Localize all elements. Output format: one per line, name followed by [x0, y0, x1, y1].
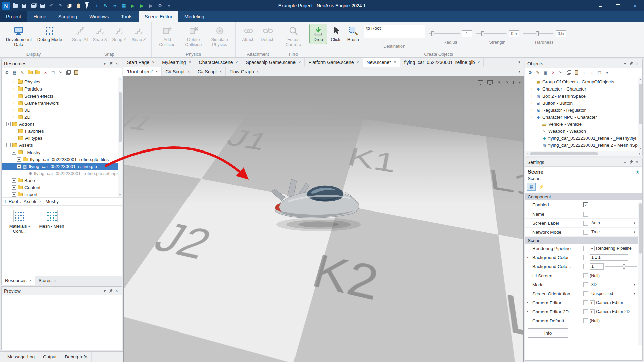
- close-icon[interactable]: ×: [187, 69, 190, 74]
- tab-modeling[interactable]: Modeling: [178, 11, 210, 22]
- hardness-value[interactable]: 0.5: [556, 30, 566, 37]
- app-logo[interactable]: N: [2, 2, 10, 10]
- attach-button[interactable]: Attach: [238, 24, 258, 44]
- object-item[interactable]: +◉Regulator - Regulator: [525, 107, 642, 114]
- doc-tab-csharp-script-2[interactable]: C# Script×: [194, 67, 226, 76]
- expander-icon[interactable]: [536, 122, 540, 126]
- settings-scrollbar[interactable]: [638, 202, 642, 345]
- doc-tab-flying-car[interactable]: flying_car_0522230001_refine.glb×: [400, 58, 484, 67]
- object-item[interactable]: ▬Vehicle - Vehicle: [525, 121, 642, 128]
- snap-all-button[interactable]: Snap All: [70, 24, 90, 44]
- expander-icon[interactable]: +: [12, 192, 16, 197]
- pin-icon[interactable]: [108, 61, 114, 67]
- tree-item[interactable]: +Addons: [2, 121, 122, 128]
- objects-h-scrollbar[interactable]: ◂ ▸: [525, 151, 642, 156]
- tree-item[interactable]: +Game framework: [2, 100, 122, 107]
- background-color2-value[interactable]: 1: [590, 263, 604, 270]
- snap-tool-icon[interactable]: ▦: [120, 2, 128, 10]
- scroll-left-icon[interactable]: ◂: [525, 152, 530, 155]
- camera-default-value[interactable]: (Null): [590, 318, 600, 323]
- run-icon[interactable]: ▶: [147, 2, 155, 10]
- paste-icon[interactable]: [73, 69, 80, 76]
- object-item[interactable]: +☻Character - Character: [525, 85, 642, 93]
- expand-icon[interactable]: ▸: [590, 309, 595, 314]
- expander-icon[interactable]: •: [526, 256, 529, 259]
- scroll-thumb[interactable]: [639, 203, 642, 254]
- doc-tab-my-learning[interactable]: My.learning×: [158, 58, 195, 67]
- property-default-button[interactable]: [583, 264, 588, 269]
- property-default-button[interactable]: [583, 318, 588, 323]
- new-object-icon[interactable]: ▣: [542, 69, 549, 76]
- play-icon[interactable]: ▶: [129, 2, 137, 10]
- expander-icon[interactable]: +: [17, 157, 21, 162]
- add-collision-button[interactable]: Add Collision: [154, 24, 180, 49]
- cut-icon[interactable]: ✂: [557, 69, 565, 76]
- pin-icon[interactable]: [628, 159, 634, 165]
- scroll-up-icon[interactable]: ▴: [119, 77, 121, 82]
- strength-slider[interactable]: [476, 33, 507, 34]
- expander-icon[interactable]: [12, 136, 17, 140]
- simulate-physics-button[interactable]: Simulate Physics: [207, 24, 233, 49]
- expander-icon[interactable]: [22, 171, 27, 176]
- panel-menu-icon[interactable]: ▾: [622, 159, 628, 165]
- tab-windows[interactable]: Windows: [83, 11, 115, 22]
- expander-icon[interactable]: •: [526, 310, 529, 313]
- scale-tool-icon[interactable]: ▱: [111, 2, 119, 10]
- destination-input[interactable]: to Root: [364, 25, 425, 38]
- section-component[interactable]: Component: [525, 193, 642, 200]
- radius-slider[interactable]: [429, 33, 460, 34]
- shadows-icon[interactable]: ☀: [505, 80, 509, 85]
- property-default-button[interactable]: [583, 282, 588, 287]
- select-tool-icon[interactable]: [84, 2, 92, 10]
- close-icon[interactable]: ×: [394, 60, 396, 65]
- object-item[interactable]: +▧Box 2 - MeshInSpace: [525, 93, 642, 100]
- expander-icon[interactable]: +: [530, 87, 534, 91]
- undo-icon[interactable]: ↶: [47, 2, 55, 10]
- expand-icon[interactable]: ▸: [590, 300, 595, 305]
- select-icon[interactable]: □: [596, 69, 603, 76]
- close-icon[interactable]: ×: [235, 60, 238, 65]
- close-icon[interactable]: ×: [114, 288, 120, 294]
- expander-icon[interactable]: +: [530, 115, 534, 119]
- panel-menu-icon[interactable]: ▾: [102, 61, 108, 67]
- focus-camera-button[interactable]: Focus Camera: [283, 24, 304, 49]
- value-slider[interactable]: [605, 266, 637, 267]
- close-button[interactable]: ×: [627, 0, 644, 11]
- doc-tab-character-scene[interactable]: Character.scene×: [195, 58, 242, 67]
- camera-icon[interactable]: [513, 81, 519, 84]
- view-mode-icon[interactable]: ▦: [11, 69, 18, 76]
- maximize-button[interactable]: [609, 0, 627, 11]
- mode-dropdown[interactable]: 3D▾: [590, 282, 637, 288]
- tree-item[interactable]: ⚙flying_car_0522230001_refine.glb.settin…: [2, 170, 122, 177]
- expander-icon[interactable]: [536, 129, 540, 133]
- export-icon[interactable]: [38, 2, 46, 10]
- expander-icon[interactable]: +: [12, 101, 16, 105]
- ui-screen-value[interactable]: (Null): [590, 273, 600, 278]
- move-tool-icon[interactable]: +: [93, 2, 101, 10]
- property-default-button[interactable]: [583, 246, 588, 251]
- tree-item[interactable]: +2D: [2, 114, 122, 121]
- close-icon[interactable]: ×: [357, 60, 359, 65]
- tree-item[interactable]: +3D: [2, 107, 122, 114]
- doc-tab-platform-game[interactable]: Platform Game.scene×: [305, 58, 363, 67]
- expander-icon[interactable]: [536, 143, 540, 147]
- open-project-icon[interactable]: [11, 2, 19, 10]
- scroll-up-icon[interactable]: ▴: [640, 77, 641, 82]
- expander-icon[interactable]: +: [12, 87, 16, 91]
- tree-item[interactable]: −_Meshy: [2, 149, 122, 156]
- tab-resources[interactable]: Resources×: [2, 276, 35, 285]
- section-scene[interactable]: Scene: [525, 237, 642, 244]
- delete-icon[interactable]: ×: [550, 69, 557, 76]
- object-item[interactable]: ▧flying_car_0522230001_refine 2 - MeshIn…: [525, 142, 642, 149]
- tree-item[interactable]: −Assets: [2, 142, 122, 149]
- object-item[interactable]: +☻Character NPC - Character: [525, 114, 642, 121]
- copy-icon[interactable]: [65, 69, 72, 76]
- save-icon[interactable]: [20, 2, 28, 10]
- move-up-icon[interactable]: ↑: [581, 69, 588, 76]
- move-down-icon[interactable]: ↓: [588, 69, 595, 76]
- pin-icon[interactable]: [108, 288, 114, 294]
- expander-icon[interactable]: −: [6, 143, 11, 147]
- property-default-button[interactable]: [583, 221, 588, 226]
- tree-item[interactable]: +Content: [2, 184, 122, 191]
- breadcrumb-meshy[interactable]: _Meshy: [43, 199, 59, 204]
